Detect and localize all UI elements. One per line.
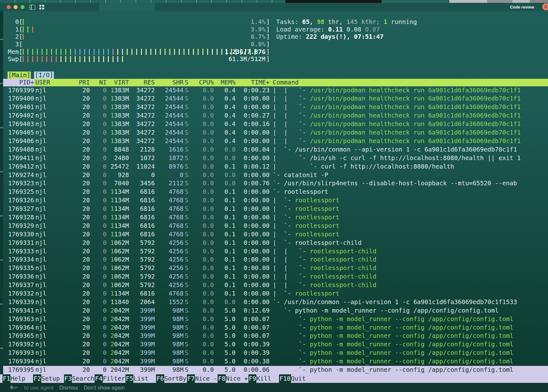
process-row[interactable]: 1769334njl2001062M57924256S0.00.10:00.00… [3,256,548,264]
stats-token: 07:51:47 [354,33,384,40]
process-row[interactable]: 1769341njl2002042M399M98MS0.05.00:12.69 … [3,307,548,315]
user-cell: njl [34,273,70,281]
memory-meter: Mem[1.23G/7.87G] [4,48,270,56]
process-row[interactable]: 1769332njl2001134M68164768S0.00.10:00.00… [3,290,548,298]
time-cell: 0:00.00 [236,196,270,205]
res-cell: 6816 [129,222,155,230]
process-row[interactable]: 1769331njl2001062M57924256S0.00.10:00.00… [3,239,548,247]
virt-rest: 134M [114,290,129,297]
virt-cell: 928 [107,171,129,180]
time-cell: 0:00.07 [236,315,270,324]
nice-cell: 0 [90,137,107,146]
process-row[interactable]: 1769325njl2001134M68164768S0.00.10:00.00… [3,188,548,196]
mem-pct-cell: 0.1 [214,290,236,298]
process-row[interactable]: 1769402njl2001383M3427224544S0.00.40:00.… [3,112,548,120]
fnkey-f4-filter[interactable]: F4Filter [95,374,125,383]
fnkey-f10-quit[interactable]: F10Quit [279,374,313,383]
fnkey-f2-setup[interactable]: F2Setup [33,374,64,383]
command-cell: `- python -m model_runner --config /app/… [270,332,548,340]
column-header-cpu[interactable]: CPU% [188,79,214,86]
process-row[interactable]: 1769333njl2001062M57924256S0.00.10:00.00… [3,247,548,256]
column-header-user[interactable]: USER [34,79,70,86]
process-row[interactable]: 1769329njl2001134M68164768S0.00.10:00.00… [3,222,548,230]
zoom-button[interactable] [20,5,25,9]
column-header-s[interactable]: S [184,79,188,86]
fnkey-f7-nice-[interactable]: F7Nice - [187,374,218,383]
process-row[interactable]: 1769393njl2002042M399M98MS0.05.00:00.39 … [3,349,548,357]
process-row[interactable]: 1769406njl2001383M3427224544S0.00.40:00.… [3,137,548,146]
tab-io[interactable]: [I/O] [34,72,54,79]
column-header-virt[interactable]: VIRT [107,79,129,86]
shr-cell: 98M [155,349,184,357]
dismiss-button[interactable]: Dismiss [59,384,78,392]
process-row[interactable]: 1769326njl2001134M68164768S0.00.10:00.00… [3,196,548,205]
column-header-res[interactable]: RES [129,79,155,86]
column-header-pri[interactable]: PRI [70,79,90,86]
fn-key-label: Help [10,374,33,383]
fnkey-f9-kill[interactable]: F9Kill [248,374,279,383]
process-row[interactable]: 1769335njl2001062M57924256S0.00.10:00.00… [3,264,548,273]
cpu-0-meter-label: 0 [4,18,19,26]
minimize-button[interactable] [14,5,18,9]
process-row[interactable]: 1769411njl200248010721072S0.00.00:00.00|… [3,154,548,163]
fnkey-f5-list[interactable]: F5List [125,374,156,383]
avatar[interactable]: C [542,3,548,10]
process-row[interactable]: 1769405njl2001383M3427224544S0.00.40:00.… [3,129,548,137]
sidebar-toggle-icon[interactable] [29,5,35,10]
process-row[interactable]: 1769339njl2001184020641552S0.00.00:00.00… [3,298,548,307]
process-row[interactable]: 1769408njl200884821281616S0.00.00:00.04|… [3,146,548,154]
background-window-sliver [0,0,548,3]
process-row[interactable]: 1769323njl200704034562112S0.00.00:00.76`… [3,179,548,188]
process-row[interactable]: 1769412njl20025472110248976S0.00.10:00.1… [3,163,548,171]
column-header-pid[interactable]: PID+ [3,79,34,86]
process-row[interactable]: 1769403njl2001383M3427224544S0.00.40:00.… [3,120,548,129]
time-cell: 0:00.00 [236,171,270,180]
bracket-close: ] [266,41,270,48]
process-row[interactable]: 1769327njl2001134M68164768S0.00.10:00.00… [3,205,548,213]
nice-cell: 0 [90,315,107,324]
column-header-mem[interactable]: MEM% [214,79,236,86]
process-row[interactable]: 1769336njl2001062M57924256S0.00.10:00.00… [3,273,548,281]
fn-key-number: F3 [64,374,72,383]
virt-rest: 383M [114,103,129,111]
dont-show-again-button[interactable]: Don't show again [84,384,125,392]
state-cell: S [184,349,188,357]
process-row[interactable]: 1769394njl2002042M399M98MS0.05.00:00.38 … [3,357,548,366]
grid-layout-icon[interactable] [39,5,44,9]
process-row-selected[interactable]: 1769395njl2002042M399M98MS0.05.00:00.06 … [3,366,548,374]
nice-cell: 0 [90,273,107,281]
tab-main[interactable]: [Main] [8,72,31,79]
close-button[interactable] [7,5,11,9]
process-row[interactable]: 1769274njl20092800S0.00.00:00.00`- catat… [3,171,548,180]
tree-prefix: | `- [273,239,295,246]
mem-pct-cell: 5.0 [214,340,236,349]
fnkey-f6-sortby[interactable]: F6SortBy [156,374,187,383]
process-row[interactable]: 1769337njl2001062M57924256S0.00.10:00.00… [3,281,548,290]
process-row[interactable]: 1769330njl2001134M68164768S0.00.10:00.00… [3,230,548,239]
process-row[interactable]: 1769400njl2001383M3427224544S0.00.40:00.… [3,95,548,103]
fnkey-f8-nice+[interactable]: F8Nice + [218,374,248,383]
command-cell: | `- curl -f http://localhost:8080/healt… [270,163,548,171]
state-cell: S [184,129,188,137]
column-header-time[interactable]: TIME+ [236,79,270,86]
command-cell: | | `- rootlessport-child [270,256,548,264]
process-row[interactable]: 1769328njl2001134M68164768S0.00.10:00.00… [3,213,548,222]
virt-cell: 7040 [107,179,129,188]
nice-cell: 0 [90,222,107,230]
res-cell: 2064 [129,298,155,307]
column-header-command[interactable]: Command [270,79,548,86]
blue-meter-bar [89,49,94,55]
command-text: python -m model_runner --config /app/con… [310,332,513,339]
column-header-ni[interactable]: NI [90,79,107,86]
yellow-meter-bar [98,56,103,62]
virt-cell: 1062M [107,281,129,290]
process-row[interactable]: 1769392njl2002042M399M98MS0.05.00:00.39 … [3,340,548,349]
process-row[interactable]: 1769401njl2001383M3427224544S0.00.40:00.… [3,103,548,112]
process-row[interactable]: 1769363njl2002042M399M98MS0.05.00:00.07 … [3,315,548,324]
process-row[interactable]: 1769365njl2002042M399M98MS0.05.00:00.07 … [3,332,548,340]
process-row[interactable]: 1769399njl2001383M3427224544S0.00.40:00.… [3,86,548,95]
column-header-shr[interactable]: SHR [155,79,184,86]
process-row[interactable]: 1769364njl2002042M399M98MS0.05.00:00.07 … [3,324,548,332]
fnkey-f3-search[interactable]: F3Search [64,374,95,383]
fnkey-f1-help[interactable]: F1Help [3,374,33,383]
